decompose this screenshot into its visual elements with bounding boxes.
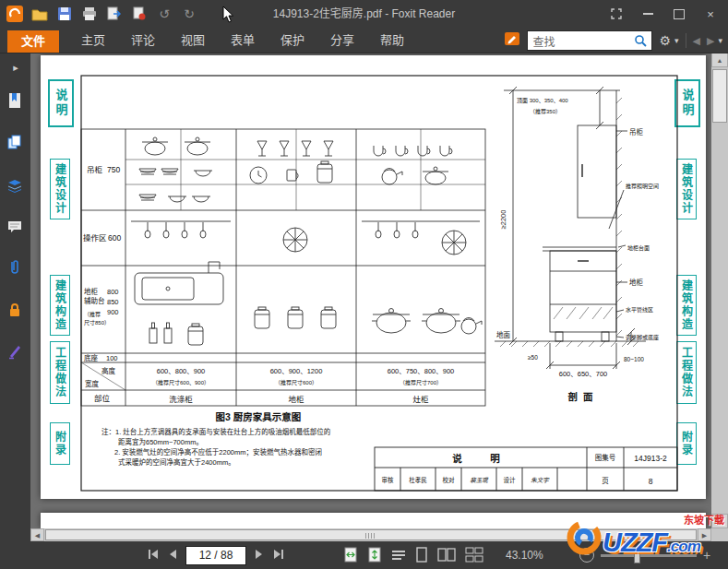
first-page-icon[interactable] (148, 547, 160, 563)
tab-file[interactable]: 文件 (7, 30, 59, 53)
watermark-text: UZZF.com (603, 528, 700, 558)
foxit-logo-icon[interactable] (6, 5, 24, 23)
svg-text:地柜: 地柜 (84, 287, 98, 296)
grid-labels: 吊柜 750 操作区 600 地柜 辅助台 （推荐 尺寸850） 800 850… (83, 165, 454, 404)
svg-text:设计: 设计 (504, 476, 517, 484)
section-view (495, 87, 646, 369)
find-prev-icon[interactable]: ◀ (693, 30, 700, 51)
svg-text:顶面 300、350、400: 顶面 300、350、400 (517, 98, 568, 104)
search-placeholder: 查找 (532, 33, 634, 49)
svg-text:（推荐350）: （推荐350） (530, 108, 561, 115)
svg-text:调整脚或底座: 调整脚或底座 (626, 334, 659, 341)
reading-mode-icon[interactable] (391, 549, 406, 565)
vertical-scroll-thumb[interactable] (712, 69, 727, 123)
stamp-icon[interactable] (130, 5, 149, 23)
export-icon[interactable] (105, 5, 124, 23)
svg-text:800: 800 (107, 288, 119, 296)
figure-title: 图3 厨房家具示意图 (216, 411, 302, 422)
layers-icon[interactable] (6, 178, 25, 196)
side-tab-shuoming-left: 说明 (48, 79, 74, 127)
search-icon[interactable] (634, 34, 647, 47)
collapse-ribbon-icon[interactable]: ▾ (718, 36, 722, 45)
pages-icon[interactable] (6, 134, 25, 152)
svg-text:宽度: 宽度 (85, 379, 99, 388)
bookmarks-icon[interactable] (6, 92, 25, 111)
svg-text:（推荐尺寸600）: （推荐尺寸600） (275, 379, 317, 386)
watermark-main: UZZF (603, 528, 667, 557)
vertical-scrollbar[interactable]: ▲ ▼ (711, 53, 728, 528)
kitchenware-icons (131, 137, 482, 345)
signature-icon[interactable] (6, 343, 25, 362)
svg-text:2. 安装燃气灶的空间净高不应低于2200mm；安装燃气热水: 2. 安装燃气灶的空间净高不应低于2200mm；安装燃气热水器和密闭 (114, 447, 322, 456)
navigation-panel-bar: ▸ (0, 53, 30, 541)
save-icon[interactable] (55, 5, 74, 23)
gear-caret-icon[interactable]: ▾ (674, 36, 679, 45)
open-file-icon[interactable] (30, 5, 49, 23)
scroll-left-icon[interactable]: ◀ (30, 528, 44, 541)
facing-page-view-icon[interactable] (437, 547, 456, 566)
security-lock-icon[interactable] (6, 302, 25, 320)
continuous-view-icon[interactable] (465, 547, 483, 566)
svg-text:900: 900 (107, 308, 119, 316)
svg-text:≥2200: ≥2200 (499, 210, 507, 230)
uzzf-logo-icon (564, 517, 604, 562)
fullscreen-icon[interactable] (601, 0, 632, 28)
find-next-icon[interactable]: ▶ (707, 30, 714, 51)
tab-share[interactable]: 分享 (317, 28, 367, 53)
tab-home[interactable]: 主页 (68, 28, 118, 53)
zoom-percentage[interactable]: 43.10% (506, 541, 543, 569)
svg-text:吊柜: 吊柜 (629, 127, 643, 136)
svg-text:≥50: ≥50 (528, 354, 538, 361)
scroll-up-icon[interactable]: ▲ (711, 53, 728, 67)
prev-page-icon[interactable] (168, 547, 177, 563)
tab-help[interactable]: 帮助 (367, 28, 417, 53)
svg-text:校对: 校对 (443, 476, 456, 484)
title-block (375, 447, 677, 491)
side-tab-fulu-left: 附录 (50, 422, 70, 465)
pdf-page: 说明 建筑设计 建筑构造 工程做法 附录 说明 建筑设计 建筑构造 工程做法 附… (41, 55, 706, 499)
side-tab-jianzhugouzao-left: 建筑构造 (50, 275, 70, 336)
svg-text:水平管线区: 水平管线区 (626, 306, 653, 314)
attachments-icon[interactable] (6, 259, 25, 278)
next-page-icon[interactable] (255, 547, 264, 563)
last-page-icon[interactable] (272, 547, 284, 563)
svg-text:辅助台: 辅助台 (84, 296, 105, 305)
undo-icon[interactable]: ↺ (155, 5, 173, 23)
search-input[interactable]: 查找 (527, 30, 652, 51)
tab-form[interactable]: 表单 (218, 28, 268, 53)
watermark-subtext: 东坡下载 (684, 512, 724, 527)
expand-panel-icon[interactable]: ▸ (6, 62, 25, 80)
ribbon-bar: 文件 主页 评论 视图 表单 保护 分享 帮助 查找 ⚙ ▾ ◀ ▶ ▾ (0, 28, 728, 53)
maximize-button[interactable] (663, 0, 695, 28)
svg-text:杜孝民: 杜孝民 (409, 476, 427, 484)
page-number-input[interactable]: 12 / 88 (185, 546, 246, 565)
svg-text:式采暖炉的空间净高宜大于2400mm。: 式采暖炉的空间净高宜大于2400mm。 (118, 457, 235, 467)
svg-text:（推荐尺寸600、900）: （推荐尺寸600、900） (152, 379, 209, 386)
print-icon[interactable] (80, 5, 99, 23)
svg-text:操作区: 操作区 (83, 233, 107, 243)
comments-icon[interactable] (6, 219, 25, 237)
svg-text:审核: 审核 (382, 476, 395, 484)
gear-icon[interactable]: ⚙ (659, 30, 671, 51)
title-bar: ↺ ↻ 14J913-2住宅厨房.pdf - Foxit Reader × (0, 0, 728, 28)
minimize-button[interactable] (632, 0, 663, 28)
fit-page-icon[interactable] (367, 547, 382, 566)
svg-text:页: 页 (602, 477, 609, 485)
foxit-reader-window: ↺ ↻ 14J913-2住宅厨房.pdf - Foxit Reader × 文件… (0, 0, 728, 569)
svg-text:（推荐尺寸700）: （推荐尺寸700） (400, 379, 442, 386)
svg-text:距离宜为650mm~700mm。: 距离宜为650mm~700mm。 (118, 437, 203, 446)
svg-text:灶柜: 灶柜 (412, 395, 429, 404)
close-button[interactable]: × (695, 0, 726, 28)
single-page-view-icon[interactable] (415, 547, 428, 566)
svg-text:高度: 高度 (101, 366, 115, 375)
quick-edit-icon[interactable] (504, 30, 520, 51)
svg-text:600: 600 (108, 233, 121, 243)
fit-width-icon[interactable] (343, 547, 358, 566)
svg-text:尺寸850）: 尺寸850） (84, 319, 110, 326)
redo-icon[interactable]: ↻ (180, 5, 198, 23)
tab-comment[interactable]: 评论 (118, 28, 168, 53)
tab-view[interactable]: 视图 (168, 28, 218, 53)
tab-protect[interactable]: 保护 (268, 28, 317, 53)
svg-text:图集号: 图集号 (595, 453, 616, 462)
svg-text:地柜台面: 地柜台面 (627, 244, 650, 252)
